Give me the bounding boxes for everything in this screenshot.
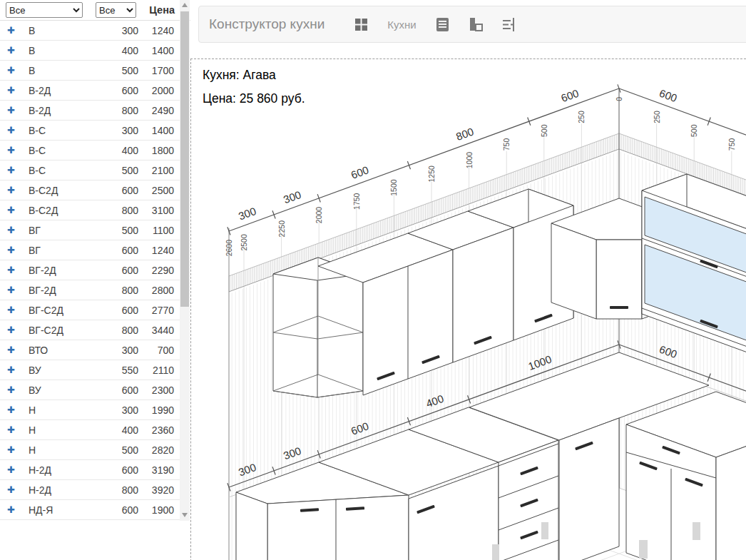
item-width: 600 — [98, 305, 138, 316]
svg-text:750: 750 — [727, 138, 736, 151]
properties-list-icon[interactable] — [503, 17, 517, 31]
design-canvas[interactable]: 6008006003003000250500750100012501500175… — [190, 58, 746, 560]
scroll-down-icon[interactable] — [180, 510, 190, 521]
add-item-icon[interactable]: ✚ — [7, 285, 29, 295]
add-item-icon[interactable]: ✚ — [7, 505, 29, 514]
catalog-row[interactable]: ✚В-С5002100 — [0, 161, 180, 180]
item-name: НД-Я — [29, 504, 98, 516]
catalog-row[interactable]: ✚Н5002820 — [0, 440, 180, 460]
catalog-row[interactable]: ✚ВГ-2Д8002800 — [0, 280, 180, 300]
item-price: 1700 — [138, 65, 180, 76]
base-right-cabinet[interactable] — [626, 392, 746, 560]
specification-icon[interactable] — [436, 17, 450, 31]
add-item-icon[interactable]: ✚ — [7, 126, 29, 135]
item-width: 800 — [98, 105, 138, 116]
add-item-icon[interactable]: ✚ — [7, 265, 29, 275]
catalog-row[interactable]: ✚В3001240 — [0, 21, 180, 41]
catalog-row[interactable]: ✚Н4002360 — [0, 420, 180, 440]
catalog-row[interactable]: ✚ВГ-2Д6002290 — [0, 260, 180, 280]
item-price: 2360 — [138, 424, 180, 436]
catalog-row[interactable]: ✚Н-2Д6003190 — [0, 460, 180, 480]
catalog-row[interactable]: ✚ВГ-С2Д8003440 — [0, 320, 180, 340]
item-price: 3920 — [138, 484, 180, 496]
item-width: 800 — [98, 205, 138, 216]
add-item-icon[interactable]: ✚ — [7, 146, 29, 155]
item-width: 600 — [98, 265, 138, 276]
category-filter-select[interactable]: Все — [6, 2, 83, 18]
add-item-icon[interactable]: ✚ — [7, 66, 29, 75]
item-price: 2300 — [138, 385, 180, 396]
wall-shelf-cabinet[interactable] — [273, 258, 363, 397]
svg-text:300: 300 — [237, 461, 257, 479]
add-item-icon[interactable]: ✚ — [7, 445, 29, 454]
item-name: ВГ-С2Д — [29, 325, 98, 336]
item-name: Н — [29, 404, 98, 416]
item-price: 1900 — [138, 504, 180, 516]
catalog-row[interactable]: ✚Н-2Д8003920 — [0, 480, 180, 500]
add-item-icon[interactable]: ✚ — [7, 385, 29, 394]
item-width: 600 — [98, 504, 138, 516]
add-item-icon[interactable]: ✚ — [7, 46, 29, 55]
svg-text:600: 600 — [349, 163, 370, 181]
svg-text:300: 300 — [282, 188, 302, 206]
add-item-icon[interactable]: ✚ — [7, 425, 29, 434]
catalog-row[interactable]: ✚ВУ5502110 — [0, 360, 180, 380]
add-item-icon[interactable]: ✚ — [7, 86, 29, 95]
add-item-icon[interactable]: ✚ — [7, 205, 29, 215]
app-title: Конструктор кухни — [209, 16, 325, 32]
item-name: Н-2Д — [29, 464, 98, 476]
catalog-row[interactable]: ✚В-С3001400 — [0, 121, 180, 141]
price-column-header: Цена — [149, 4, 175, 16]
item-name: В — [29, 25, 98, 36]
add-item-icon[interactable]: ✚ — [7, 166, 29, 175]
catalog-row[interactable]: ✚ВУ6002300 — [0, 380, 180, 400]
catalog-row[interactable]: ✚В-2Д8002490 — [0, 101, 180, 121]
catalog-row[interactable]: ✚ВТО300700 — [0, 340, 180, 360]
item-name: В-2Д — [29, 105, 98, 116]
item-price: 700 — [138, 345, 180, 356]
catalog-row[interactable]: ✚В-С2Д8003100 — [0, 200, 180, 220]
svg-text:600: 600 — [658, 343, 678, 361]
svg-text:250: 250 — [577, 111, 586, 123]
catalog-row[interactable]: ✚В-С4001800 — [0, 141, 180, 161]
svg-text:1000: 1000 — [465, 152, 474, 169]
scroll-up-icon[interactable] — [180, 0, 190, 11]
add-item-icon[interactable]: ✚ — [7, 405, 29, 414]
item-price: 3100 — [138, 205, 180, 216]
add-item-icon[interactable]: ✚ — [7, 465, 29, 474]
sidebar-scrollbar[interactable] — [180, 0, 190, 521]
svg-text:2000: 2000 — [315, 207, 323, 224]
catalog-row[interactable]: ✚ВГ5001100 — [0, 220, 180, 240]
catalog-row[interactable]: ✚НД-Я6001900 — [0, 500, 180, 520]
add-item-icon[interactable]: ✚ — [7, 365, 29, 375]
add-item-icon[interactable]: ✚ — [7, 185, 29, 195]
item-name: В-С2Д — [29, 185, 98, 196]
catalog-row[interactable]: ✚В-2Д6002000 — [0, 81, 180, 101]
item-price: 1400 — [138, 45, 180, 56]
width-filter-select[interactable]: Все — [96, 2, 136, 18]
scrollbar-thumb[interactable] — [180, 11, 189, 307]
catalog-row[interactable]: ✚ВГ6001240 — [0, 240, 180, 260]
catalog-row[interactable]: ✚ВГ-С2Д6002770 — [0, 300, 180, 320]
add-item-icon[interactable]: ✚ — [7, 26, 29, 35]
catalog-row[interactable]: ✚В-С2Д6002500 — [0, 180, 180, 200]
add-item-icon[interactable]: ✚ — [7, 325, 29, 335]
add-item-icon[interactable]: ✚ — [7, 106, 29, 115]
layout-view-icon[interactable] — [469, 17, 484, 31]
item-width: 500 — [98, 65, 138, 76]
add-item-icon[interactable]: ✚ — [7, 485, 29, 494]
item-name: Н — [29, 424, 98, 436]
item-name: Н-2Д — [29, 484, 98, 496]
add-item-icon[interactable]: ✚ — [7, 345, 29, 355]
add-item-icon[interactable]: ✚ — [7, 245, 29, 255]
wall-glass-cabinets[interactable] — [642, 174, 746, 360]
modules-grid-icon[interactable] — [354, 17, 368, 31]
catalog-row[interactable]: ✚Н3001990 — [0, 400, 180, 420]
add-item-icon[interactable]: ✚ — [7, 225, 29, 235]
svg-text:250: 250 — [653, 111, 661, 123]
catalog-row[interactable]: ✚В5001700 — [0, 61, 180, 81]
add-item-icon[interactable]: ✚ — [7, 305, 29, 315]
menu-kitchens[interactable]: Кухни — [387, 19, 416, 31]
item-width: 400 — [98, 424, 138, 436]
catalog-row[interactable]: ✚В4001400 — [0, 41, 180, 61]
